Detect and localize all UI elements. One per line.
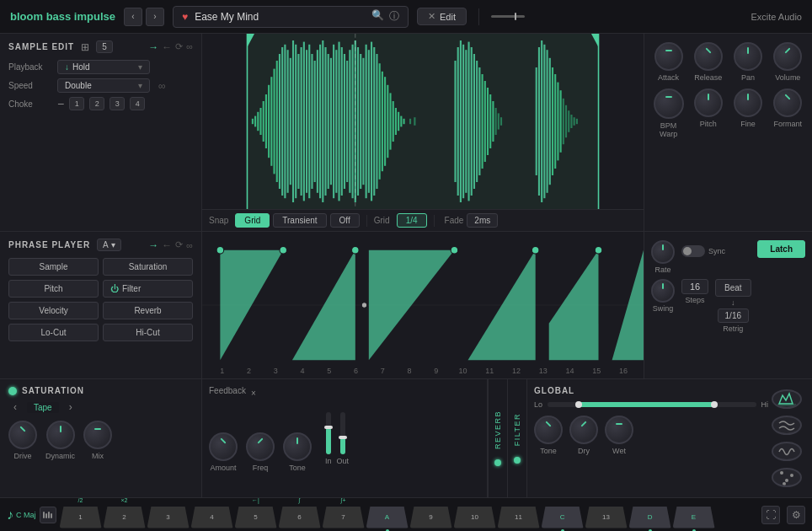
nav-prev-button[interactable]: ‹ (124, 8, 142, 26)
key-4-button[interactable]: 4 (191, 507, 233, 528)
key-8-button[interactable]: A (366, 507, 409, 528)
release-knob[interactable] (694, 42, 723, 71)
lo-hi-right-thumb[interactable] (711, 401, 718, 408)
search-icon[interactable]: 🔍 (371, 9, 384, 24)
svg-rect-60 (398, 112, 399, 131)
filter-active-dot[interactable] (514, 457, 521, 464)
sat-type-next-button[interactable]: › (64, 400, 77, 414)
mix-sat-knob[interactable] (83, 421, 112, 449)
volume-bar[interactable] (491, 15, 525, 18)
key-2-button[interactable]: 2 (104, 507, 146, 528)
phrase-hicut-button[interactable]: Hi-Cut (103, 324, 193, 341)
lo-hi-slider[interactable] (548, 402, 756, 407)
phrase-saturation-button[interactable]: Saturation (103, 258, 193, 276)
choke-3-button[interactable]: 3 (110, 97, 125, 110)
amount-knob[interactable] (209, 432, 238, 461)
pitch-knob[interactable] (694, 88, 723, 117)
phrase-loop-icon[interactable]: ⟳ (175, 239, 183, 250)
global-icon-3-button[interactable] (772, 442, 802, 461)
key-13-button[interactable]: 13 (585, 507, 628, 528)
phrase-sample-button[interactable]: Sample (8, 258, 99, 276)
key-5-button[interactable]: 5 (235, 507, 277, 528)
global-header: GLOBAL (534, 386, 768, 395)
sat-type-prev-button[interactable]: ‹ (8, 400, 22, 414)
snap-off-button[interactable]: Off (330, 213, 360, 228)
phrase-velocity-button[interactable]: Velocity (8, 302, 99, 319)
phrase-pitch-button[interactable]: Pitch (8, 280, 99, 298)
key-e-button[interactable]: E (673, 507, 715, 528)
edit-button[interactable]: ✕ Edit (417, 8, 467, 25)
phrase-infinity-icon[interactable]: ∞ (186, 240, 193, 250)
key-7-button[interactable]: 7 (323, 507, 365, 528)
swing-knob[interactable] (651, 279, 675, 303)
dynamic-knob[interactable] (46, 421, 75, 449)
midi-icon[interactable] (40, 507, 56, 523)
key-10-button[interactable]: 10 (454, 507, 496, 528)
reverb-active-dot[interactable] (494, 459, 501, 466)
key-6-button[interactable]: 6 (279, 507, 321, 528)
feedback-close-button[interactable]: × (251, 389, 256, 398)
fade-value[interactable]: 2ms (467, 213, 498, 228)
settings-button[interactable]: ⚙ (787, 506, 805, 524)
global-icon-4-button[interactable] (772, 468, 802, 487)
bpm-warp-knob[interactable] (654, 88, 684, 119)
global-tone-knob[interactable] (534, 416, 563, 444)
grid-value[interactable]: 1/4 (397, 213, 427, 228)
choke-4-button[interactable]: 4 (130, 97, 145, 110)
out-slider-thumb[interactable] (339, 436, 347, 439)
beat-button[interactable]: Beat (715, 279, 751, 297)
sample-edit-badge[interactable]: 5 (96, 40, 113, 53)
speed-select[interactable]: Double ▾ (57, 78, 150, 93)
key-3-button[interactable]: 3 (147, 507, 190, 528)
snap-grid-button[interactable]: Grid (235, 213, 270, 228)
formant-knob[interactable] (773, 88, 802, 117)
choke-1-button[interactable]: 1 (69, 97, 84, 110)
loop-icon[interactable]: ⟳ (175, 41, 183, 53)
freq-knob[interactable] (246, 432, 275, 461)
phrase-player-display[interactable]: 1 2 3 4 5 6 7 8 9 10 11 12 13 14 15 16 (202, 232, 644, 378)
pan-knob[interactable] (734, 42, 762, 71)
choke-minus-button[interactable]: − (57, 97, 64, 110)
key-1-button[interactable]: 1 (60, 507, 102, 528)
key-11-button[interactable]: 11 (498, 507, 540, 528)
lo-hi-left-thumb[interactable] (575, 401, 582, 408)
global-wet-knob[interactable] (605, 416, 633, 444)
info-icon[interactable]: ⓘ (389, 9, 399, 24)
snap-transient-button[interactable]: Transient (273, 213, 326, 228)
nav-next-button[interactable]: › (146, 8, 164, 26)
arrow-right-icon[interactable]: → (148, 41, 158, 53)
key-9-button[interactable]: 9 (410, 507, 452, 528)
phrase-badge[interactable]: A ▾ (97, 239, 121, 251)
waveform-display[interactable] (202, 34, 644, 209)
phrase-reverb-button[interactable]: Reverb (103, 302, 193, 319)
arrow-left-icon[interactable]: ← (162, 41, 172, 53)
playback-select[interactable]: ↓ Hold ▾ (57, 60, 150, 74)
fine-knob[interactable] (734, 88, 762, 117)
volume-slider[interactable] (491, 15, 525, 18)
global-icon-1-button[interactable] (772, 389, 802, 409)
latch-button[interactable]: Latch (757, 240, 805, 258)
infinity-icon[interactable]: ∞ (186, 41, 193, 53)
svg-rect-10 (263, 101, 264, 142)
rate-knob[interactable] (651, 240, 675, 264)
attack-knob[interactable] (654, 42, 683, 71)
global-dry-knob[interactable] (569, 416, 598, 444)
in-slider-thumb[interactable] (324, 426, 333, 429)
in-slider-track[interactable] (326, 412, 331, 454)
steps-value[interactable]: 16 (681, 279, 708, 294)
phrase-arrow-left-icon[interactable]: ← (162, 239, 172, 251)
choke-2-button[interactable]: 2 (89, 97, 104, 110)
key-14-button[interactable]: D (629, 507, 671, 528)
sync-switch[interactable] (681, 245, 705, 257)
out-slider-track[interactable] (340, 412, 345, 454)
phrase-arrow-right-icon[interactable]: → (148, 239, 158, 251)
volume-knob[interactable] (773, 42, 802, 71)
phrase-filter-button[interactable]: ⏻ Filter (103, 280, 193, 298)
drive-knob[interactable] (8, 421, 37, 449)
expand-button[interactable]: ⛶ (761, 506, 780, 524)
key-12-button[interactable]: C (542, 507, 584, 528)
global-icon-2-button[interactable] (772, 416, 802, 435)
tone-knob[interactable] (283, 432, 312, 461)
phrase-locut-button[interactable]: Lo-Cut (8, 324, 99, 341)
retrig-value[interactable]: 1/16 (718, 308, 749, 323)
